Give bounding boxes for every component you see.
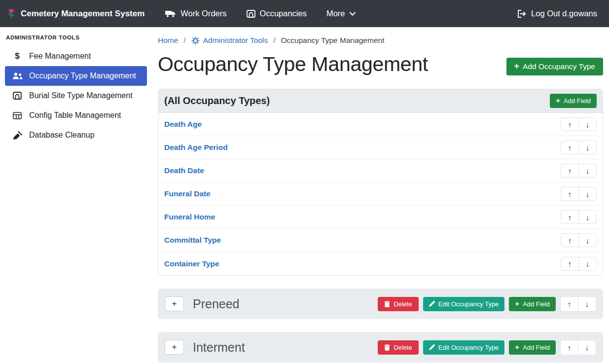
edit-occupancy-type-button[interactable]: Edit Occupancy Type: [423, 340, 505, 355]
field-link-funeral-date[interactable]: Funeral Date: [164, 189, 211, 198]
arrow-up-icon: ↑: [568, 213, 572, 221]
move-up-button[interactable]: ↑: [561, 233, 579, 247]
arrow-up-icon: ↑: [568, 259, 572, 268]
add-field-button[interactable]: + Add Field: [509, 297, 556, 311]
add-field-button[interactable]: + Add Field: [550, 94, 597, 108]
reorder-controls: ↑ ↓: [561, 141, 597, 154]
breadcrumb-admin-tools-label: Administrator Tools: [203, 36, 268, 45]
nav-label-work-orders: Work Orders: [180, 9, 226, 18]
reorder-controls: ↑ ↓: [561, 210, 597, 224]
plus-icon: +: [172, 342, 177, 352]
arrow-up-icon: ↑: [568, 343, 572, 352]
add-field-label: Add Field: [523, 300, 550, 308]
move-down-button[interactable]: ↓: [578, 233, 597, 247]
breadcrumb-home-link[interactable]: Home: [158, 36, 178, 45]
nav-label-more: More: [326, 9, 345, 18]
sidebar-item-config-table-management[interactable]: Config Table Management: [0, 106, 152, 125]
move-down-button[interactable]: ↓: [578, 340, 596, 355]
field-link-container-type[interactable]: Container Type: [164, 259, 219, 268]
frame-icon: [247, 10, 255, 18]
pencil-icon: [429, 344, 435, 350]
delete-label: Delete: [394, 300, 412, 308]
pencil-icon: [429, 301, 435, 307]
logout-icon: [517, 10, 527, 18]
arrow-up-icon: ↑: [568, 144, 572, 152]
arrow-up-icon: ↑: [568, 167, 572, 175]
add-occupancy-type-label: Add Occupancy Type: [523, 62, 595, 71]
move-up-button[interactable]: ↑: [561, 141, 579, 154]
card-header: (All Occupancy Types) + Add Field: [158, 89, 603, 113]
sidebar-item-label: Config Table Management: [29, 111, 121, 120]
move-down-button[interactable]: ↓: [578, 187, 597, 201]
sidebar-item-occupancy-type-management[interactable]: Occupancy Type Management: [5, 66, 147, 86]
expand-section-button[interactable]: +: [165, 296, 184, 311]
field-link-death-age[interactable]: Death Age: [164, 120, 202, 129]
truck-icon: [165, 10, 176, 18]
reorder-controls: ↑ ↓: [561, 117, 597, 131]
field-link-death-age-period[interactable]: Death Age Period: [164, 143, 228, 152]
edit-occupancy-type-button[interactable]: Edit Occupancy Type: [423, 297, 505, 311]
arrow-down-icon: ↓: [586, 236, 590, 245]
field-link-death-date[interactable]: Death Date: [164, 166, 204, 175]
sidebar: ADMINISTRATOR TOOLS $ Fee Management Occ…: [0, 27, 152, 364]
reorder-controls: ↑ ↓: [561, 187, 597, 201]
gear-icon: [191, 36, 200, 45]
add-occupancy-type-button[interactable]: + Add Occupancy Type: [506, 58, 603, 75]
logout-label: Log Out d.gowans: [531, 9, 597, 18]
navbar-links: Work Orders Occupancies More: [165, 9, 355, 18]
sidebar-heading: ADMINISTRATOR TOOLS: [0, 27, 152, 46]
breadcrumb: Home / Administrator Tools / Occupancy T…: [158, 36, 603, 45]
move-down-button[interactable]: ↓: [578, 257, 597, 271]
plus-icon: +: [172, 299, 177, 309]
breadcrumb-current: Occupancy Type Management: [281, 36, 385, 45]
nav-item-work-orders[interactable]: Work Orders: [165, 9, 226, 18]
move-down-button[interactable]: ↓: [578, 164, 597, 178]
plus-icon: +: [556, 97, 560, 105]
section-title: Interment: [193, 340, 245, 355]
plus-icon: +: [514, 62, 519, 71]
reorder-controls: ↑ ↓: [561, 233, 597, 247]
arrow-up-icon: ↑: [568, 190, 572, 198]
section-controls: Delete Edit Occupancy Type + Add Field ↑…: [378, 296, 596, 312]
field-row: Death Date ↑ ↓: [158, 159, 603, 182]
field-row: Death Age ↑ ↓: [158, 113, 603, 136]
move-up-button[interactable]: ↑: [561, 117, 579, 131]
arrow-down-icon: ↓: [586, 144, 590, 152]
nav-item-occupancies[interactable]: Occupancies: [247, 9, 307, 18]
field-link-funeral-home[interactable]: Funeral Home: [164, 213, 215, 221]
breadcrumb-admin-tools-link[interactable]: Administrator Tools: [191, 36, 268, 45]
delete-button[interactable]: Delete: [378, 297, 419, 311]
move-down-button[interactable]: ↓: [578, 117, 597, 131]
move-up-button[interactable]: ↑: [560, 296, 578, 312]
move-up-button[interactable]: ↑: [561, 210, 579, 224]
move-down-button[interactable]: ↓: [578, 296, 596, 312]
sidebar-item-burial-site-type-management[interactable]: Burial Site Type Management: [0, 86, 152, 106]
edit-label: Edit Occupancy Type: [438, 300, 499, 308]
move-up-button[interactable]: ↑: [561, 164, 579, 178]
move-up-button[interactable]: ↑: [561, 187, 579, 201]
add-field-button[interactable]: + Add Field: [509, 340, 556, 355]
section-controls: Delete Edit Occupancy Type + Add Field ↑…: [378, 340, 596, 355]
arrow-down-icon: ↓: [585, 343, 589, 352]
reorder-controls: ↑ ↓: [561, 164, 597, 178]
sidebar-item-fee-management[interactable]: $ Fee Management: [0, 46, 152, 66]
app-brand[interactable]: Cemetery Management System: [7, 7, 144, 20]
logout-button[interactable]: Log Out d.gowans: [517, 9, 597, 18]
move-down-button[interactable]: ↓: [578, 210, 597, 224]
field-row: Funeral Date ↑ ↓: [158, 182, 603, 206]
all-occupancy-types-card: (All Occupancy Types) + Add Field Death …: [158, 89, 603, 276]
field-link-committal-type[interactable]: Committal Type: [164, 236, 221, 245]
arrow-down-icon: ↓: [586, 213, 590, 221]
expand-section-button[interactable]: +: [165, 340, 184, 355]
move-up-button[interactable]: ↑: [560, 340, 578, 355]
nav-item-more[interactable]: More: [326, 9, 356, 18]
sidebar-item-label: Database Cleanup: [29, 131, 95, 140]
nav-label-occupancies: Occupancies: [260, 9, 307, 18]
sidebar-item-database-cleanup[interactable]: Database Cleanup: [0, 125, 152, 145]
move-down-button[interactable]: ↓: [578, 141, 597, 154]
chevron-down-icon: [350, 12, 356, 16]
move-up-button[interactable]: ↑: [561, 257, 579, 271]
field-row: Committal Type ↑ ↓: [158, 229, 603, 252]
delete-button[interactable]: Delete: [378, 340, 419, 355]
arrow-up-icon: ↑: [568, 236, 572, 245]
